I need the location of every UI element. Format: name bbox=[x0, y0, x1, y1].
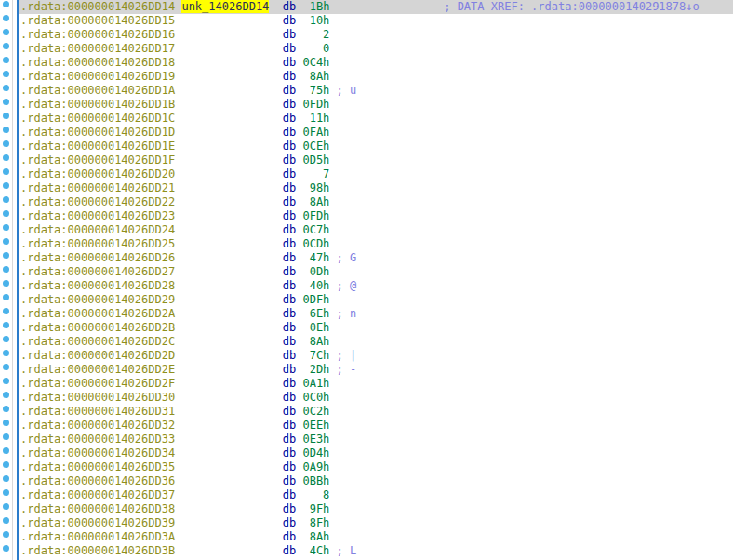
listing-row[interactable]: .rdata:000000014026DD27 db 0Dh bbox=[19, 265, 733, 279]
byte-value[interactable]: 0C2h bbox=[296, 405, 329, 418]
byte-value[interactable]: 8Ah bbox=[296, 195, 329, 208]
listing-row[interactable]: .rdata:000000014026DD16 db 2 bbox=[19, 28, 733, 42]
mnemonic[interactable]: db bbox=[283, 153, 296, 167]
address[interactable]: .rdata:000000014026DD25 bbox=[20, 237, 175, 250]
address[interactable]: .rdata:000000014026DD35 bbox=[20, 460, 175, 473]
byte-value[interactable]: 47h bbox=[296, 251, 329, 264]
address[interactable]: .rdata:000000014026DD2D bbox=[20, 349, 175, 362]
byte-value[interactable]: 0E3h bbox=[296, 433, 329, 446]
address[interactable]: .rdata:000000014026DD22 bbox=[20, 195, 175, 208]
address[interactable]: .rdata:000000014026DD32 bbox=[20, 419, 175, 432]
listing[interactable]: .rdata:000000014026DD14 unk_14026DD14 db… bbox=[19, 0, 733, 560]
listing-row[interactable]: .rdata:000000014026DD2D db 7Ch ; | bbox=[19, 349, 733, 363]
mnemonic[interactable]: db bbox=[283, 307, 296, 320]
listing-row[interactable]: .rdata:000000014026DD37 db 8 bbox=[19, 488, 733, 502]
byte-value[interactable]: 0D4h bbox=[296, 447, 329, 460]
mnemonic[interactable]: db bbox=[283, 405, 296, 418]
address[interactable]: .rdata:000000014026DD1B bbox=[20, 98, 175, 111]
byte-value[interactable]: 40h bbox=[296, 279, 329, 292]
address[interactable]: .rdata:000000014026DD2A bbox=[20, 307, 175, 320]
listing-row[interactable]: .rdata:000000014026DD15 db 10h bbox=[19, 14, 733, 28]
mnemonic[interactable]: db bbox=[283, 363, 296, 376]
listing-row[interactable]: .rdata:000000014026DD3B db 4Ch ; L bbox=[19, 544, 733, 558]
address[interactable]: .rdata:000000014026DD16 bbox=[20, 28, 175, 41]
listing-row[interactable]: .rdata:000000014026DD2F db 0A1h bbox=[19, 377, 733, 391]
byte-value[interactable]: 4Ch bbox=[296, 544, 329, 557]
address[interactable]: .rdata:000000014026DD19 bbox=[20, 70, 175, 83]
byte-value[interactable]: 0CDh bbox=[296, 237, 329, 250]
mnemonic[interactable]: db bbox=[283, 84, 296, 97]
byte-value[interactable]: 0FDh bbox=[296, 209, 329, 222]
address[interactable]: .rdata:000000014026DD14 bbox=[20, 0, 175, 13]
mnemonic[interactable]: db bbox=[283, 28, 296, 41]
address[interactable]: .rdata:000000014026DD21 bbox=[20, 181, 175, 194]
listing-row[interactable]: .rdata:000000014026DD1C db 11h bbox=[19, 112, 733, 126]
listing-row[interactable]: .rdata:000000014026DD1D db 0FAh bbox=[19, 126, 733, 140]
listing-row[interactable]: .rdata:000000014026DD3A db 8Ah bbox=[19, 530, 733, 544]
byte-value[interactable]: 0C7h bbox=[296, 223, 329, 236]
mnemonic[interactable]: db bbox=[283, 321, 296, 334]
address[interactable]: .rdata:000000014026DD26 bbox=[20, 251, 175, 264]
listing-row[interactable]: .rdata:000000014026DD28 db 40h ; @ bbox=[19, 279, 733, 293]
address[interactable]: .rdata:000000014026DD1F bbox=[20, 153, 175, 167]
address[interactable]: .rdata:000000014026DD36 bbox=[20, 474, 175, 487]
address[interactable]: .rdata:000000014026DD2C bbox=[20, 335, 175, 348]
mnemonic[interactable]: db bbox=[283, 377, 296, 390]
byte-value[interactable]: 1Bh bbox=[296, 0, 329, 13]
address[interactable]: .rdata:000000014026DD39 bbox=[20, 516, 175, 529]
line-marker-gutter[interactable] bbox=[0, 0, 19, 560]
address[interactable]: .rdata:000000014026DD1E bbox=[20, 140, 175, 153]
byte-value[interactable]: 0C0h bbox=[296, 391, 329, 404]
byte-value[interactable]: 2 bbox=[296, 28, 329, 41]
byte-value[interactable]: 2Dh bbox=[296, 363, 329, 376]
listing-row[interactable]: .rdata:000000014026DD32 db 0EEh bbox=[19, 419, 733, 433]
byte-value[interactable]: 0D5h bbox=[296, 153, 329, 167]
address[interactable]: .rdata:000000014026DD3B bbox=[20, 544, 175, 557]
mnemonic[interactable]: db bbox=[283, 460, 296, 473]
address[interactable]: .rdata:000000014026DD33 bbox=[20, 433, 175, 446]
listing-row[interactable]: .rdata:000000014026DD2B db 0Eh bbox=[19, 321, 733, 335]
mnemonic[interactable]: db bbox=[283, 293, 296, 306]
listing-row[interactable]: .rdata:000000014026DD26 db 47h ; G bbox=[19, 251, 733, 265]
listing-row[interactable]: .rdata:000000014026DD36 db 0BBh bbox=[19, 474, 733, 488]
address[interactable]: .rdata:000000014026DD24 bbox=[20, 223, 175, 236]
byte-value[interactable]: 75h bbox=[296, 84, 329, 97]
mnemonic[interactable]: db bbox=[283, 488, 296, 501]
mnemonic[interactable]: db bbox=[283, 433, 296, 446]
listing-row[interactable]: .rdata:000000014026DD2C db 8Ah bbox=[19, 335, 733, 349]
listing-row[interactable]: .rdata:000000014026DD24 db 0C7h bbox=[19, 223, 733, 237]
address[interactable]: .rdata:000000014026DD34 bbox=[20, 447, 175, 460]
mnemonic[interactable]: db bbox=[283, 0, 296, 13]
mnemonic[interactable]: db bbox=[283, 195, 296, 208]
mnemonic[interactable]: db bbox=[283, 56, 296, 69]
address[interactable]: .rdata:000000014026DD15 bbox=[20, 14, 175, 27]
listing-row[interactable]: .rdata:000000014026DD29 db 0DFh bbox=[19, 293, 733, 307]
byte-value[interactable]: 0Dh bbox=[296, 265, 329, 278]
mnemonic[interactable]: db bbox=[283, 530, 296, 543]
mnemonic[interactable]: db bbox=[283, 474, 296, 487]
dummy-name-highlighted[interactable]: unk_14026DD14 bbox=[181, 0, 269, 13]
listing-row[interactable]: .rdata:000000014026DD39 db 8Fh bbox=[19, 516, 733, 530]
byte-value[interactable]: 0DFh bbox=[296, 293, 329, 306]
mnemonic[interactable]: db bbox=[283, 126, 296, 139]
listing-row[interactable]: .rdata:000000014026DD1B db 0FDh bbox=[19, 98, 733, 112]
address[interactable]: .rdata:000000014026DD27 bbox=[20, 265, 175, 278]
listing-row[interactable]: .rdata:000000014026DD1E db 0CEh bbox=[19, 140, 733, 153]
listing-row[interactable]: .rdata:000000014026DD1A db 75h ; u bbox=[19, 84, 733, 98]
byte-value[interactable]: 98h bbox=[296, 181, 329, 194]
listing-row[interactable]: .rdata:000000014026DD31 db 0C2h bbox=[19, 405, 733, 419]
mnemonic[interactable]: db bbox=[283, 516, 296, 529]
listing-row[interactable]: .rdata:000000014026DD30 db 0C0h bbox=[19, 391, 733, 405]
mnemonic[interactable]: db bbox=[283, 209, 296, 222]
byte-value[interactable]: 0FAh bbox=[296, 126, 329, 139]
byte-value[interactable]: 8Fh bbox=[296, 516, 329, 529]
address[interactable]: .rdata:000000014026DD2F bbox=[20, 377, 175, 390]
byte-value[interactable]: 10h bbox=[296, 14, 329, 27]
address[interactable]: .rdata:000000014026DD29 bbox=[20, 293, 175, 306]
address[interactable]: .rdata:000000014026DD31 bbox=[20, 405, 175, 418]
mnemonic[interactable]: db bbox=[283, 112, 296, 125]
mnemonic[interactable]: db bbox=[283, 391, 296, 404]
byte-value[interactable]: 0EEh bbox=[296, 419, 329, 432]
listing-row[interactable]: .rdata:000000014026DD34 db 0D4h bbox=[19, 447, 733, 460]
mnemonic[interactable]: db bbox=[283, 140, 296, 153]
